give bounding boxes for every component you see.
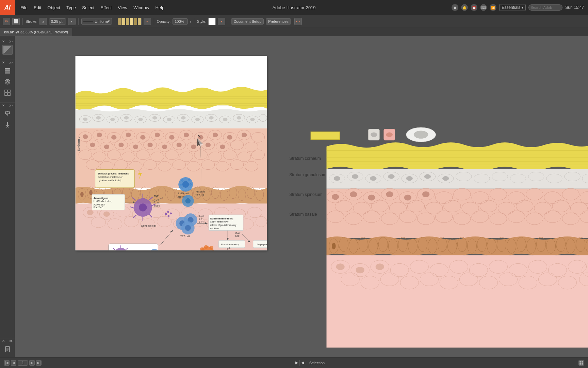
svg-point-209 [180,184,182,186]
menu-help[interactable]: Help [152,4,167,12]
preferences-button[interactable]: Preferences [266,18,291,25]
svg-point-11 [6,122,8,124]
document-setup-button[interactable]: Document Setup [231,18,264,25]
toolbar-more-icon[interactable]: ⋯ [294,18,302,25]
svg-rect-7 [8,90,10,92]
svg-text:Autoantigens: Autoantigens [94,197,108,200]
svg-point-46 [195,118,200,121]
prev-page-button[interactable]: ◀ [11,360,16,366]
menu-effect[interactable]: Effect [98,4,114,12]
svg-rect-1 [5,70,10,72]
style-swatch[interactable] [208,18,216,25]
play-button[interactable]: ▶ [295,361,298,365]
line-style-dropdown[interactable]: Uniform ▾ [81,18,112,25]
svg-point-397 [376,263,384,270]
svg-point-208 [190,183,192,185]
panel-header-4: ✕ ≫ [0,338,15,343]
stroke-value-input[interactable]: 0.25 pt [49,18,66,25]
svg-rect-289 [327,169,588,189]
record-icon: ⏺ [452,4,458,11]
svg-point-228 [167,211,169,213]
svg-text:IL-23,: IL-23, [131,250,137,252]
panel-expand-icon-1[interactable]: ≫ [9,40,13,43]
essentials-button[interactable]: Essentials ▾ [499,4,526,11]
page-number-input[interactable]: 1 [18,360,28,366]
svg-rect-2 [5,72,10,74]
last-page-button[interactable]: ▶| [36,360,42,366]
wifi-icon: 📶 [490,4,496,11]
style-dropdown-icon[interactable]: ▾ [218,18,225,25]
panel-header-3: ✕ ≫ [0,103,15,108]
system-time: Sun 15:47 [565,5,584,10]
svg-point-275 [371,132,377,137]
grid-icon[interactable] [2,88,13,98]
panel-close-icon-3[interactable]: ✕ [2,104,5,107]
svg-point-189 [139,203,147,211]
svg-text:Resident: Resident [196,190,205,193]
svg-point-248 [204,245,208,249]
menu-window[interactable]: Window [131,4,152,12]
svg-point-60 [97,133,102,137]
svg-rect-6 [5,90,7,92]
svg-text:Epidermis: Epidermis [77,137,80,151]
svg-point-99 [206,142,211,147]
svg-rect-423 [579,361,581,363]
svg-point-229 [167,215,169,217]
transform-icon[interactable] [2,109,13,119]
opacity-input[interactable] [173,18,188,25]
svg-point-301 [424,174,431,179]
document-tab[interactable]: kin.ai* @ 33,33% (RGB/GPU Preview) [0,28,72,36]
svg-text:Angiogenesis: Angiogenesis [257,243,271,246]
status-bar: |◀ ◀ 1 ▶ ▶| ▶ ◀ Selection [0,357,588,368]
status-bar-right [578,360,584,366]
first-page-button[interactable]: |◀ [4,360,10,366]
svg-point-291 [334,176,340,181]
svg-point-30 [83,118,88,121]
stroke-label: Stroke: [26,19,37,24]
menu-edit[interactable]: Edit [31,4,44,12]
svg-line-261 [114,259,116,261]
panel-expand-icon-3[interactable]: ≫ [9,104,13,107]
swatch-dropdown-icon[interactable]: ▾ [144,18,151,25]
target-icon[interactable] [2,77,13,87]
svg-point-295 [370,176,376,181]
pen-tool-icon[interactable]: ✏ [3,18,10,25]
svg-rect-254 [109,244,158,265]
svg-point-221 [185,225,191,231]
selection-mode: Selection [309,361,325,365]
stroke-down-icon[interactable]: ▾ [68,18,76,25]
panel-expand-icon-2[interactable]: ≫ [9,61,13,64]
search-input[interactable] [528,4,562,11]
next-page-button[interactable]: ▶ [29,360,35,366]
scroll-left-button[interactable]: ◀ [301,361,304,365]
layers-icon[interactable] [2,66,13,76]
puppet-icon[interactable] [2,120,13,130]
panel-close-icon-2[interactable]: ✕ [2,61,5,64]
svg-point-293 [352,174,358,179]
stroke-up-icon[interactable]: ▲ [39,18,47,25]
menu-object[interactable]: Object [45,4,63,12]
svg-text:release of pro-inflammatory: release of pro-inflammatory [210,224,236,227]
panel-close-icon-4[interactable]: ✕ [2,339,5,343]
canvas-area[interactable]: Epidermis Stimulus (trauma, infections, … [15,36,588,357]
svg-text:IL-6,: IL-6, [131,254,136,256]
shape-tool-icon[interactable]: ⬜ [12,18,20,25]
opacity-label: Opacity: [157,19,170,24]
svg-text:cycle: cycle [226,247,231,250]
svg-point-130 [80,191,84,197]
pattern-swatch[interactable] [118,18,142,25]
layer-tool-large[interactable] [2,45,13,55]
svg-text:PGF: PGF [235,235,240,237]
grid-view-icon[interactable] [578,360,584,366]
menu-view[interactable]: View [115,4,130,12]
menu-file[interactable]: File [18,4,30,12]
svg-point-246 [204,250,211,257]
svg-text:Stratum granulosum: Stratum granulosum [289,172,326,177]
menu-type[interactable]: Type [64,4,79,12]
menu-select[interactable]: Select [79,4,97,12]
pages-icon[interactable] [2,344,13,354]
opacity-more-icon[interactable]: › [190,19,191,24]
panel-close-icon-1[interactable]: ✕ [2,40,5,43]
svg-text:IL-6,: IL-6, [154,198,159,201]
panel-expand-icon-4[interactable]: ≫ [9,339,13,343]
